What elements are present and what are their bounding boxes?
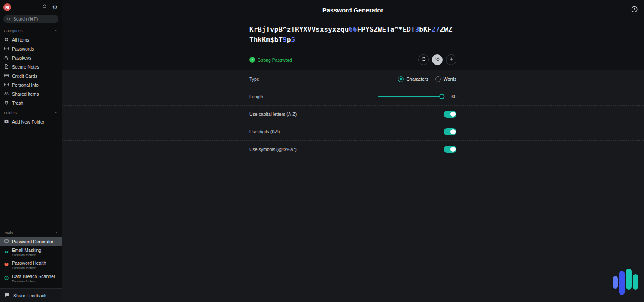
check-circle-icon bbox=[249, 57, 255, 63]
sidebar-item-label: Password Generator bbox=[12, 239, 53, 244]
refresh-icon bbox=[421, 57, 426, 63]
brand-capsule-teal-tall bbox=[626, 269, 632, 290]
chat-icon bbox=[4, 292, 10, 299]
sidebar-item-secure-notes[interactable]: Secure Notes bbox=[0, 62, 62, 71]
premium-feature-label: Premium feature bbox=[12, 279, 55, 283]
chevron-down-icon bbox=[54, 28, 58, 33]
sidebar-item-label: Credit Cards bbox=[12, 73, 37, 79]
share-feedback-label: Share Feedback bbox=[13, 293, 46, 298]
type-row: Type Characters Words bbox=[62, 70, 644, 88]
search-bar[interactable] bbox=[3, 15, 58, 23]
slider-thumb[interactable] bbox=[439, 94, 444, 99]
history-clock-icon bbox=[631, 6, 638, 14]
sidebar: PB ⚙ Categories Al bbox=[0, 0, 62, 302]
sidebar-item-all-items[interactable]: All Items bbox=[0, 35, 62, 44]
radio-option-characters[interactable]: Characters bbox=[398, 76, 428, 82]
page-header: Password Generator bbox=[62, 0, 644, 20]
symbols-row: Use symbols (@!$%&*) bbox=[62, 141, 644, 158]
user-avatar[interactable]: PB bbox=[3, 3, 11, 11]
copy-button[interactable] bbox=[432, 54, 443, 65]
symbols-toggle[interactable] bbox=[444, 146, 456, 153]
regenerate-button[interactable] bbox=[418, 54, 429, 65]
share-feedback-button[interactable]: Share Feedback bbox=[0, 288, 62, 302]
digits-toggle[interactable] bbox=[444, 128, 456, 135]
premium-feature-label: Premium feature bbox=[12, 266, 46, 270]
radio-characters-control[interactable] bbox=[398, 76, 404, 82]
radio-words-label: Words bbox=[444, 76, 456, 82]
type-radio-group: Characters Words bbox=[398, 76, 456, 82]
chevron-down-icon bbox=[54, 110, 58, 115]
sidebar-item-shared-items[interactable]: Shared Items bbox=[0, 89, 62, 98]
categories-section-header[interactable]: Categories bbox=[0, 25, 62, 35]
length-value: 60 bbox=[450, 94, 456, 99]
sidebar-item-label: Add New Folder bbox=[12, 119, 44, 124]
sidebar-item-add-new-folder[interactable]: Add New Folder bbox=[0, 117, 62, 126]
brand-capsule-indigo bbox=[619, 271, 625, 295]
slider-track bbox=[378, 96, 445, 97]
capital-letters-label: Use capital letters (A-Z) bbox=[249, 112, 297, 117]
folders-section-label: Folders bbox=[4, 111, 17, 115]
sidebar-item-password-health[interactable]: Password Health Premium feature bbox=[0, 259, 62, 272]
notifications-button[interactable] bbox=[42, 4, 47, 11]
sidebar-item-password-generator[interactable]: Password Generator bbox=[0, 237, 62, 246]
generator-settings: Type Characters Words Len bbox=[62, 70, 644, 158]
history-button[interactable] bbox=[631, 6, 638, 14]
sidebar-top: PB ⚙ bbox=[0, 0, 62, 14]
digits-label: Use digits (0-9) bbox=[249, 129, 280, 134]
sidebar-item-personal-info[interactable]: Personal Info bbox=[0, 80, 62, 89]
dice-icon bbox=[4, 239, 9, 245]
users-icon bbox=[4, 91, 9, 97]
password-text[interactable]: KrBjTvpB^zTRYXVVsxsyxzqu66FPYSZWETa^*EDT… bbox=[249, 24, 456, 45]
sidebar-item-label: Secure Notes bbox=[12, 64, 39, 69]
password-card-icon bbox=[4, 46, 9, 52]
capital-letters-row: Use capital letters (A-Z) bbox=[62, 106, 644, 123]
chevron-down-icon bbox=[54, 230, 58, 236]
sidebar-item-label: Passwords bbox=[12, 46, 34, 51]
sidebar-item-credit-cards[interactable]: Credit Cards bbox=[0, 71, 62, 80]
credit-card-icon bbox=[4, 73, 9, 79]
tools-section-header[interactable]: Tools bbox=[0, 227, 62, 237]
brand-capsule-teal-short bbox=[633, 274, 638, 290]
radar-icon bbox=[4, 275, 9, 281]
digits-row: Use digits (0-9) bbox=[62, 123, 644, 141]
grid-icon bbox=[4, 37, 9, 43]
bell-icon bbox=[42, 4, 47, 11]
folder-plus-icon bbox=[4, 119, 9, 125]
type-label: Type bbox=[249, 76, 259, 82]
search-icon bbox=[7, 15, 11, 23]
add-button[interactable] bbox=[446, 54, 456, 65]
length-control-group: 60 bbox=[378, 94, 456, 100]
radio-words-control[interactable] bbox=[435, 76, 441, 82]
capital-letters-toggle[interactable] bbox=[444, 111, 456, 118]
sidebar-item-label: Email Masking bbox=[12, 248, 41, 253]
password-strength: Strong Password bbox=[249, 57, 292, 63]
brand-logo-decoration bbox=[613, 269, 638, 295]
categories-section-label: Categories bbox=[4, 29, 23, 33]
plus-icon bbox=[449, 57, 454, 63]
sidebar-item-trash[interactable]: Trash bbox=[0, 98, 62, 107]
settings-button[interactable]: ⚙ bbox=[52, 4, 58, 10]
id-card-icon bbox=[4, 82, 9, 88]
sidebar-item-label: Shared Items bbox=[12, 91, 39, 97]
sidebar-item-email-masking[interactable]: Email Masking Premium feature bbox=[0, 246, 62, 259]
note-icon bbox=[4, 64, 9, 70]
password-display-section: KrBjTvpB^zTRYXVVsxsyxzqu66FPYSZWETa^*EDT… bbox=[62, 20, 644, 70]
sidebar-item-label: All Items bbox=[12, 37, 29, 42]
sidebar-item-data-breach-scanner[interactable]: Data Breach Scanner Premium feature bbox=[0, 272, 62, 285]
sidebar-item-label: Passkeys bbox=[12, 55, 31, 60]
page-title: Password Generator bbox=[322, 7, 383, 14]
sidebar-item-label: Personal Info bbox=[12, 82, 39, 88]
radio-option-words[interactable]: Words bbox=[435, 76, 456, 82]
sidebar-item-passkeys[interactable]: Passkeys bbox=[0, 53, 62, 62]
search-input[interactable] bbox=[13, 17, 55, 21]
tools-section-label: Tools bbox=[4, 231, 13, 235]
radio-characters-label: Characters bbox=[406, 76, 428, 82]
gear-icon: ⚙ bbox=[52, 4, 58, 10]
main-content: Password Generator KrBjTvpB^zTRYXVVsxsyx… bbox=[62, 0, 644, 302]
copy-icon bbox=[435, 57, 440, 63]
sidebar-item-passwords[interactable]: Passwords bbox=[0, 44, 62, 53]
password-actions bbox=[418, 54, 456, 65]
mask-icon bbox=[4, 249, 9, 255]
length-slider[interactable] bbox=[378, 94, 445, 100]
folders-section-header[interactable]: Folders bbox=[0, 107, 62, 117]
